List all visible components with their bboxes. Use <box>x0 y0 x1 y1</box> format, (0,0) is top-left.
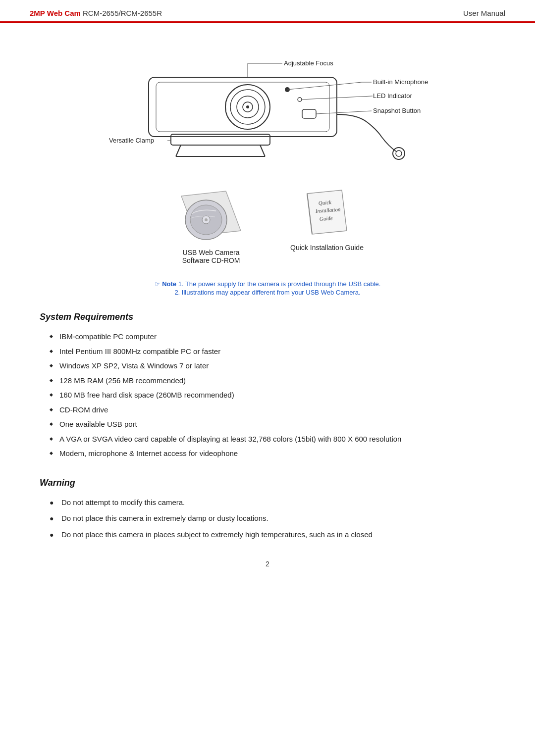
system-requirements-title: System Requirements <box>40 312 495 322</box>
accessory-cdrom: USB Web Camera Software CD-ROM <box>171 186 251 264</box>
accessories-row: USB Web Camera Software CD-ROM Quick Ins… <box>171 186 364 264</box>
list-item: Do not place this camera in places subje… <box>50 529 495 541</box>
note-text-1: 1. The power supply for the camera is pr… <box>178 280 381 288</box>
cdrom-image <box>171 186 251 246</box>
svg-rect-9 <box>302 109 316 118</box>
svg-text:LED Indicator: LED Indicator <box>373 92 412 100</box>
svg-line-15 <box>260 145 265 156</box>
system-requirements-section: System Requirements IBM-compatible PC co… <box>0 302 535 468</box>
page-header: 2MP Web Cam RCM-2655/RCM-2655R User Manu… <box>0 0 535 23</box>
warning-title: Warning <box>40 478 495 488</box>
svg-text:Built-in Microphone: Built-in Microphone <box>373 78 428 86</box>
list-item: Windows XP SP2, Vista & Windows 7 or lat… <box>50 360 495 372</box>
camera-diagram: Adjustable Focus Built-in Microphone LED… <box>94 38 441 176</box>
svg-text:Versatile Clamp: Versatile Clamp <box>109 137 154 144</box>
svg-text:Adjustable Focus: Adjustable Focus <box>284 59 333 67</box>
list-item: A VGA or SVGA video card capable of disp… <box>50 434 495 445</box>
warning-section: Warning Do not attempt to modify this ca… <box>0 468 535 551</box>
svg-point-6 <box>246 105 249 108</box>
svg-text:Snapshot Button: Snapshot Button <box>373 107 421 114</box>
list-item: Do not attempt to modify this camera. <box>50 497 495 508</box>
list-item: CD-ROM drive <box>50 404 495 416</box>
header-title: 2MP Web Cam RCM-2655/RCM-2655R <box>30 9 162 17</box>
warning-list: Do not attempt to modify this camera. Do… <box>40 497 495 541</box>
cdrom-label: USB Web Camera Software CD-ROM <box>182 249 240 264</box>
guide-label: Quick Installation Guide <box>290 244 364 252</box>
note-icon: ☞ <box>155 280 162 288</box>
note-line-2: 2. Illustrations may appear different fr… <box>40 289 495 296</box>
note-text-2: 2. Illustrations may appear different fr… <box>174 289 360 296</box>
svg-rect-12 <box>171 134 270 145</box>
page-number: 2 <box>0 550 535 578</box>
note-line-1: ☞ Note 1. The power supply for the camer… <box>40 280 495 288</box>
svg-point-11 <box>396 151 402 156</box>
brand-name: 2MP Web Cam <box>30 9 81 17</box>
model-number: RCM-2655/RCM-2655R <box>83 9 162 17</box>
notes-section: ☞ Note 1. The power supply for the camer… <box>0 274 535 302</box>
list-item: Do not place this camera in extremely da… <box>50 513 495 524</box>
svg-line-20 <box>287 82 362 90</box>
svg-line-14 <box>176 145 181 156</box>
svg-text:Quick: Quick <box>318 199 332 206</box>
diagram-area: Adjustable Focus Built-in Microphone LED… <box>0 23 535 274</box>
svg-point-34 <box>205 218 208 221</box>
list-item: One available USB port <box>50 419 495 430</box>
accessory-guide: Quick Installation Guide Quick Installat… <box>290 186 364 264</box>
svg-line-26 <box>316 111 372 114</box>
note-label: Note <box>162 280 176 288</box>
svg-point-10 <box>393 148 405 159</box>
list-item: Modem, microphone & Internet access for … <box>50 448 495 459</box>
svg-text:Guide: Guide <box>319 215 333 222</box>
manual-label: User Manual <box>463 9 505 17</box>
list-item: 160 MB free hard disk space (260MB recom… <box>50 390 495 401</box>
list-item: 128 MB RAM (256 MB recommended) <box>50 375 495 387</box>
list-item: IBM-compatible PC computer <box>50 331 495 343</box>
list-item: Intel Pentium III 800MHz compatible PC o… <box>50 346 495 357</box>
svg-point-8 <box>298 98 302 101</box>
guide-image: Quick Installation Guide <box>295 186 359 241</box>
system-requirements-list: IBM-compatible PC computer Intel Pentium… <box>40 331 495 459</box>
